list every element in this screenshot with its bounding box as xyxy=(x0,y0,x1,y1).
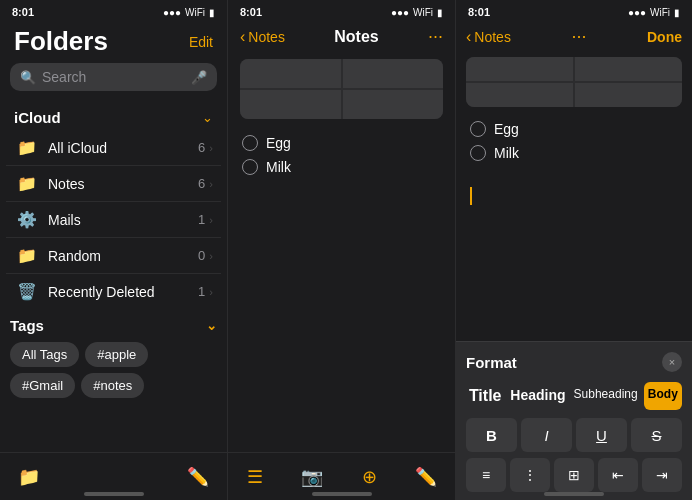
p3-img-cell-2 xyxy=(575,57,682,81)
p3-more-button[interactable]: ··· xyxy=(571,26,586,47)
underline-button[interactable]: U xyxy=(576,418,627,452)
all-icloud-count: 6 xyxy=(198,140,205,155)
format-style-row: Title Heading Subheading Body xyxy=(466,382,682,410)
compose-toolbar-icon[interactable]: ✏️ xyxy=(187,466,209,488)
p2-wifi-icon: WiFi xyxy=(413,7,433,18)
indent-right-button[interactable]: ⇥ xyxy=(642,458,682,492)
notes-folder-label: Notes xyxy=(48,176,198,192)
notes-chevron-icon: › xyxy=(209,178,213,190)
p3-status-bar: 8:01 ●●● WiFi ▮ xyxy=(456,0,692,22)
text-cursor xyxy=(470,187,472,205)
p2-status-bar: 8:01 ●●● WiFi ▮ xyxy=(228,0,455,22)
p2-compose-icon[interactable]: ✏️ xyxy=(415,466,437,488)
done-button[interactable]: Done xyxy=(647,29,682,45)
dashed-list-button[interactable]: ⋮ xyxy=(510,458,550,492)
recently-deleted-icon: 🗑️ xyxy=(14,282,40,301)
check-circle-egg[interactable] xyxy=(242,135,258,151)
mails-folder-label: Mails xyxy=(48,212,198,228)
icloud-section-header: iCloud ⌄ xyxy=(0,105,227,130)
edit-button[interactable]: Edit xyxy=(189,34,213,50)
indent-left-button[interactable]: ⇤ xyxy=(598,458,638,492)
format-panel-title: Format xyxy=(466,354,517,371)
p2-signal-icon: ●●● xyxy=(391,7,409,18)
icloud-chevron-icon[interactable]: ⌄ xyxy=(202,110,213,125)
format-list-buttons-row: ≡ ⋮ ⊞ ⇤ ⇥ xyxy=(466,458,682,492)
folder-item-all-icloud[interactable]: 📁 All iCloud 6 › xyxy=(6,130,221,166)
tag-all-tags[interactable]: All Tags xyxy=(10,342,79,367)
strikethrough-button[interactable]: S xyxy=(631,418,682,452)
tags-header: Tags ⌄ xyxy=(10,317,217,334)
format-subheading-button[interactable]: Subheading xyxy=(572,382,640,410)
p3-check-label-egg: Egg xyxy=(494,121,519,137)
search-input[interactable]: Search xyxy=(42,69,185,85)
folder-item-random[interactable]: 📁 Random 0 › xyxy=(6,238,221,274)
random-folder-label: Random xyxy=(48,248,198,264)
mic-icon[interactable]: 🎤 xyxy=(191,70,207,85)
p2-back-label: Notes xyxy=(248,29,285,45)
signal-icon: ●●● xyxy=(163,7,181,18)
p3-nav-bar: ‹ Notes ··· Done xyxy=(456,22,692,53)
p3-checklist: Egg Milk xyxy=(456,111,692,179)
folder-toolbar-icon[interactable]: 📁 xyxy=(18,466,40,488)
format-text-buttons-row: B I U S xyxy=(466,418,682,452)
folder-item-mails[interactable]: ⚙️ Mails 1 › xyxy=(6,202,221,238)
all-icloud-chevron-icon: › xyxy=(209,142,213,154)
format-title-button[interactable]: Title xyxy=(466,382,504,410)
p3-img-cell-4 xyxy=(575,83,682,107)
note-detail-panel: 8:01 ●●● WiFi ▮ ‹ Notes ··· Done Egg xyxy=(456,0,692,500)
format-heading-button[interactable]: Heading xyxy=(508,382,567,410)
p2-checklist-icon[interactable]: ☰ xyxy=(247,466,263,488)
p3-check-circle-milk[interactable] xyxy=(470,145,486,161)
note-detail-content[interactable]: Egg Milk xyxy=(456,53,692,341)
tags-title-label: Tags xyxy=(10,317,44,334)
italic-button[interactable]: I xyxy=(521,418,572,452)
p2-checklist: Egg Milk xyxy=(228,125,455,193)
format-panel: Format × Title Heading Subheading Body B… xyxy=(456,341,692,500)
p2-location-icon[interactable]: ⊕ xyxy=(362,466,377,488)
p3-check-circle-egg[interactable] xyxy=(470,121,486,137)
note-preview-image xyxy=(240,59,443,119)
p2-more-button[interactable]: ··· xyxy=(428,26,443,47)
format-close-button[interactable]: × xyxy=(662,352,682,372)
p3-back-button[interactable]: ‹ Notes xyxy=(466,28,511,46)
recently-deleted-chevron-icon: › xyxy=(209,286,213,298)
search-bar[interactable]: 🔍 Search 🎤 xyxy=(10,63,217,91)
tags-section: Tags ⌄ All Tags #apple #Gmail #notes xyxy=(0,317,227,398)
format-panel-header: Format × xyxy=(466,352,682,372)
p3-check-item-milk: Milk xyxy=(470,145,678,161)
home-indicator-3 xyxy=(544,492,604,496)
folder-item-notes[interactable]: 📁 Notes 6 › xyxy=(6,166,221,202)
p2-nav-bar: ‹ Notes Notes ··· xyxy=(228,22,455,53)
recently-deleted-count: 1 xyxy=(198,284,205,299)
tag-gmail[interactable]: #Gmail xyxy=(10,373,75,398)
p3-img-cell-1 xyxy=(466,57,573,81)
notes-list-panel: 8:01 ●●● WiFi ▮ ‹ Notes Notes ··· Egg Mi… xyxy=(228,0,456,500)
p2-back-chevron-icon: ‹ xyxy=(240,28,245,46)
folders-panel: 8:01 ●●● WiFi ▮ Folders Edit 🔍 Search 🎤 … xyxy=(0,0,228,500)
p3-img-cell-3 xyxy=(466,83,573,107)
bulleted-list-button[interactable]: ≡ xyxy=(466,458,506,492)
numbered-list-button[interactable]: ⊞ xyxy=(554,458,594,492)
p3-wifi-icon: WiFi xyxy=(650,7,670,18)
p3-signal-icon: ●●● xyxy=(628,7,646,18)
random-folder-icon: 📁 xyxy=(14,246,40,265)
tags-chevron-icon[interactable]: ⌄ xyxy=(206,318,217,333)
folder-item-recently-deleted[interactable]: 🗑️ Recently Deleted 1 › xyxy=(6,274,221,309)
p3-back-label: Notes xyxy=(474,29,511,45)
mails-folder-count: 1 xyxy=(198,212,205,227)
p2-back-button[interactable]: ‹ Notes xyxy=(240,28,285,46)
note-img-cell-1 xyxy=(240,59,341,88)
tag-notes[interactable]: #notes xyxy=(81,373,144,398)
mails-chevron-icon: › xyxy=(209,214,213,226)
folders-title: Folders xyxy=(14,26,108,57)
check-circle-milk[interactable] xyxy=(242,159,258,175)
search-icon: 🔍 xyxy=(20,70,36,85)
format-body-button[interactable]: Body xyxy=(644,382,682,410)
tag-apple[interactable]: #apple xyxy=(85,342,148,367)
wifi-icon: WiFi xyxy=(185,7,205,18)
bold-button[interactable]: B xyxy=(466,418,517,452)
home-indicator-1 xyxy=(84,492,144,496)
status-icons: ●●● WiFi ▮ xyxy=(163,7,215,18)
p2-camera-icon[interactable]: 📷 xyxy=(301,466,323,488)
check-label-egg: Egg xyxy=(266,135,291,151)
